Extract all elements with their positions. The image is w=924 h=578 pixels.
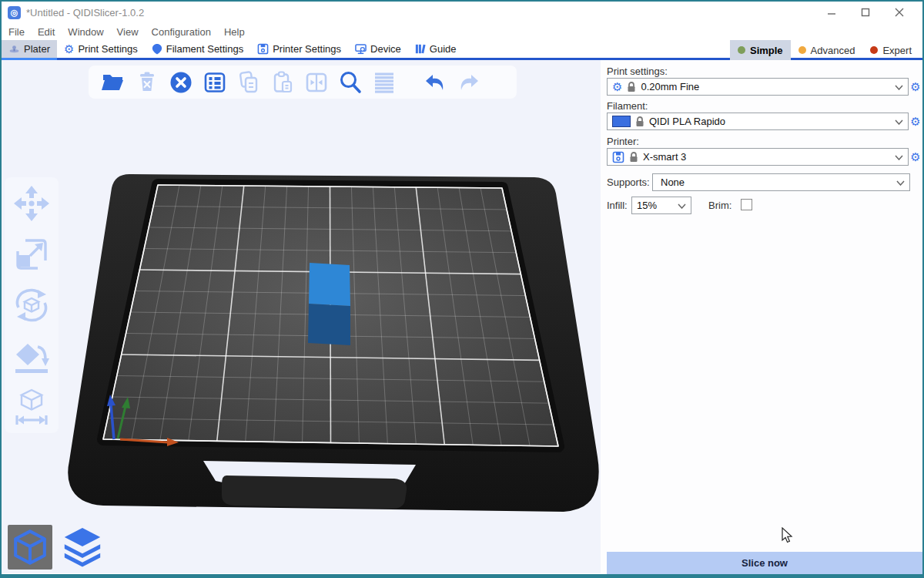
move-icon xyxy=(12,183,52,223)
supports-value: None xyxy=(658,176,892,188)
view-switcher xyxy=(8,525,105,570)
printer-icon xyxy=(612,151,624,163)
print-settings-gear-icon: ⚙ xyxy=(64,43,74,55)
search-button[interactable] xyxy=(333,69,367,96)
infill-combo[interactable]: 15% xyxy=(631,197,691,214)
slice-now-button[interactable]: Slice now xyxy=(607,552,922,574)
filament-label: Filament: xyxy=(607,100,648,112)
edit-print-settings-button[interactable]: ⚙ xyxy=(909,79,922,94)
edit-printer-button[interactable]: ⚙ xyxy=(909,149,922,164)
split-objects-icon xyxy=(303,69,330,96)
delete-trash-icon xyxy=(134,69,160,96)
redo-icon xyxy=(456,69,482,96)
brim-checkbox[interactable] xyxy=(741,199,752,210)
lock-icon xyxy=(627,82,636,92)
plater-toolbar xyxy=(89,66,517,99)
settings-panel: Print settings: ⚙ 0.20mm Fine ⚙ Filament… xyxy=(601,60,922,573)
preview-layers-icon xyxy=(61,526,104,569)
mode-expert-label: Expert xyxy=(882,45,912,56)
mode-simple[interactable]: Simple xyxy=(730,40,791,60)
3d-viewport[interactable] xyxy=(2,60,601,573)
tab-filament-settings[interactable]: Filament Settings xyxy=(145,40,250,58)
print-settings-combo[interactable]: ⚙ 0.20mm Fine xyxy=(607,78,909,96)
mode-expert[interactable]: Expert xyxy=(862,40,919,60)
menu-edit[interactable]: Edit xyxy=(38,26,64,38)
3d-editor-view-button[interactable] xyxy=(8,525,52,570)
chevron-down-icon xyxy=(895,81,903,92)
printer-label: Printer: xyxy=(607,136,639,147)
close-button[interactable] xyxy=(882,2,916,23)
device-icon xyxy=(355,43,367,55)
layer-list-icon xyxy=(371,69,397,96)
3d-editor-cube-icon xyxy=(10,526,50,569)
place-on-face-icon xyxy=(12,336,52,376)
variable-layer-height-button[interactable] xyxy=(367,69,401,96)
guide-icon xyxy=(415,43,426,55)
tab-guide[interactable]: Guide xyxy=(408,40,464,58)
profile-gear-icon: ⚙ xyxy=(612,81,622,92)
expert-dot-icon xyxy=(870,46,878,54)
tab-printer-settings[interactable]: Printer Settings xyxy=(250,40,348,58)
menu-file[interactable]: File xyxy=(8,26,34,38)
mode-advanced-label: Advanced xyxy=(811,45,855,56)
minimize-button[interactable] xyxy=(815,2,849,23)
bed-handle-bar xyxy=(222,476,407,509)
supports-combo[interactable]: None xyxy=(652,173,910,191)
filament-value: QIDI PLA Rapido xyxy=(649,116,890,127)
copy-button[interactable] xyxy=(232,69,266,96)
app-logo-icon: ◎ xyxy=(8,6,21,19)
simple-dot-icon xyxy=(738,46,745,54)
tab-device-label: Device xyxy=(370,43,401,55)
close-icon xyxy=(895,8,904,17)
delete-all-icon xyxy=(168,69,194,96)
printer-combo[interactable]: X-smart 3 xyxy=(607,148,909,166)
open-button[interactable] xyxy=(96,69,130,96)
mode-advanced[interactable]: Advanced xyxy=(791,40,863,60)
menu-help[interactable]: Help xyxy=(224,26,254,38)
copy-icon xyxy=(236,69,262,96)
build-plate-scene xyxy=(2,60,601,573)
filament-color-swatch xyxy=(612,116,631,127)
menu-configuration[interactable]: Configuration xyxy=(152,26,220,38)
tab-print-settings-label: Print Settings xyxy=(78,43,137,55)
delete-button[interactable] xyxy=(130,69,164,96)
menu-view[interactable]: View xyxy=(117,26,148,38)
measure-button[interactable] xyxy=(12,387,52,427)
arrange-button[interactable] xyxy=(198,69,232,96)
mode-simple-label: Simple xyxy=(750,45,783,56)
redo-button[interactable] xyxy=(452,69,486,96)
undo-icon xyxy=(422,69,448,96)
window-title: *Untitled - QIDISlicer-1.0.2 xyxy=(26,7,144,18)
app-window: ◎ *Untitled - QIDISlicer-1.0.2 File Edit… xyxy=(0,0,924,578)
supports-label: Supports: xyxy=(607,176,650,188)
advanced-dot-icon xyxy=(798,46,806,54)
undo-button[interactable] xyxy=(418,69,452,96)
tab-print-settings[interactable]: ⚙ Print Settings xyxy=(57,40,145,58)
chevron-down-icon xyxy=(678,200,686,211)
move-button[interactable] xyxy=(12,183,52,223)
search-icon xyxy=(337,69,363,96)
maximize-button[interactable] xyxy=(849,2,882,23)
place-on-face-button[interactable] xyxy=(12,336,52,376)
lock-icon xyxy=(635,116,644,127)
split-objects-button[interactable] xyxy=(300,69,333,96)
tab-guide-label: Guide xyxy=(430,43,457,55)
open-folder-icon xyxy=(100,69,126,96)
filament-combo[interactable]: QIDI PLA Rapido xyxy=(607,113,909,130)
arrange-icon xyxy=(202,69,228,96)
menu-window[interactable]: Window xyxy=(68,26,112,38)
tab-bar: Plater ⚙ Print Settings Filament Setting… xyxy=(2,40,922,60)
tab-device[interactable]: Device xyxy=(348,40,408,58)
scale-button[interactable] xyxy=(12,234,52,274)
paste-button[interactable] xyxy=(266,69,300,96)
tab-printer-settings-label: Printer Settings xyxy=(273,43,341,55)
delete-all-button[interactable] xyxy=(164,69,198,96)
chevron-down-icon xyxy=(895,151,903,163)
menu-bar: File Edit Window View Configuration Help xyxy=(2,23,922,40)
tab-filament-settings-label: Filament Settings xyxy=(166,43,243,55)
tab-plater[interactable]: Plater xyxy=(2,40,57,58)
preview-view-button[interactable] xyxy=(60,525,105,570)
edit-filament-button[interactable]: ⚙ xyxy=(909,113,922,129)
rotate-button[interactable] xyxy=(12,285,52,325)
printer-value: X-smart 3 xyxy=(643,151,890,163)
